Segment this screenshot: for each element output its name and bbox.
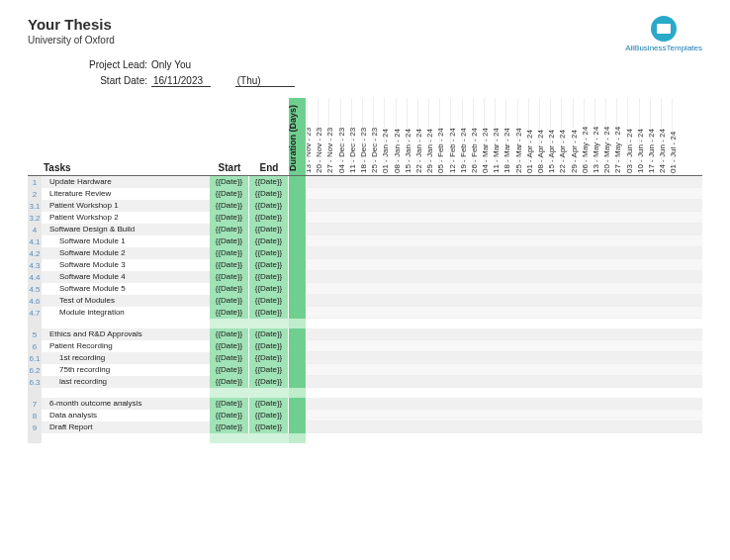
task-end[interactable]: {{Date}} (249, 376, 289, 388)
task-row[interactable]: 4.5Software Module 5{{Date}}{{Date}} (28, 283, 702, 295)
task-start[interactable]: {{Date}} (210, 295, 249, 307)
task-name[interactable]: Data analysis (42, 410, 210, 421)
task-name[interactable]: Patient Recording (42, 340, 210, 352)
task-name[interactable]: Software Module 5 (42, 283, 210, 295)
task-row[interactable]: 76-month outcome analysis{{Date}}{{Date}… (28, 398, 702, 410)
task-name[interactable]: Draft Report (42, 421, 210, 433)
task-start[interactable]: {{Date}} (210, 259, 249, 271)
task-name[interactable]: Software Design & Build (42, 224, 210, 235)
task-start[interactable]: {{Date}} (210, 283, 249, 295)
task-row[interactable]: 6.275th recording{{Date}}{{Date}} (28, 364, 702, 376)
task-timeline (307, 224, 702, 235)
task-end[interactable]: {{Date}} (249, 176, 289, 188)
task-end[interactable]: {{Date}} (249, 200, 289, 212)
task-end[interactable]: {{Date}} (249, 352, 289, 364)
task-end[interactable]: {{Date}} (249, 328, 289, 340)
task-id: 1 (28, 176, 42, 188)
task-id: 2 (28, 188, 42, 200)
start-date-value[interactable]: 16/11/2023 (151, 75, 211, 87)
task-start[interactable]: {{Date}} (210, 364, 249, 376)
task-end[interactable]: {{Date}} (249, 307, 289, 319)
task-timeline (307, 176, 702, 188)
task-name[interactable]: 75th recording (42, 364, 210, 376)
task-end[interactable]: {{Date}} (249, 295, 289, 307)
task-timeline (307, 376, 702, 388)
task-name[interactable]: last recording (42, 376, 210, 388)
task-id: 5 (28, 328, 42, 340)
task-end[interactable]: {{Date}} (249, 340, 289, 352)
task-start[interactable]: {{Date}} (210, 340, 249, 352)
task-end[interactable]: {{Date}} (249, 421, 289, 433)
task-row[interactable]: 6.11st recording{{Date}}{{Date}} (28, 352, 702, 364)
task-row[interactable]: 3.1Patient Workshop 1{{Date}}{{Date}} (28, 200, 702, 212)
task-name[interactable]: Update Hardware (42, 176, 210, 188)
task-start[interactable]: {{Date}} (210, 176, 249, 188)
task-name[interactable]: Software Module 2 (42, 247, 210, 259)
task-name[interactable]: Module integration (42, 307, 210, 319)
task-row[interactable]: 9Draft Report{{Date}}{{Date}} (28, 421, 702, 433)
task-start[interactable]: {{Date}} (210, 200, 249, 212)
task-name[interactable]: Literature Review (42, 188, 210, 200)
task-start[interactable]: {{Date}} (210, 421, 249, 433)
task-row[interactable]: 4Software Design & Build{{Date}}{{Date}} (28, 224, 702, 235)
task-name[interactable]: Patient Workshop 1 (42, 200, 210, 212)
task-body: 1Update Hardware{{Date}}{{Date}}2Literat… (28, 176, 702, 443)
gantt-grid: Tasks Start End Duration (Days) 13 - Nov… (28, 97, 702, 443)
task-end[interactable]: {{Date}} (249, 235, 289, 247)
task-end[interactable]: {{Date}} (249, 259, 289, 271)
task-end[interactable]: {{Date}} (249, 188, 289, 200)
task-start[interactable]: {{Date}} (210, 271, 249, 283)
task-duration-cell (289, 247, 307, 259)
task-row[interactable]: 4.3Software Module 3{{Date}}{{Date}} (28, 259, 702, 271)
col-end-header: End (249, 162, 289, 175)
task-duration-cell (289, 212, 307, 224)
task-name[interactable]: Patient Workshop 2 (42, 212, 210, 224)
task-row[interactable]: 1Update Hardware{{Date}}{{Date}} (28, 176, 702, 188)
task-end[interactable]: {{Date}} (249, 247, 289, 259)
task-name[interactable]: Ethics and R&D Approvals (42, 328, 210, 340)
task-start[interactable]: {{Date}} (210, 224, 249, 235)
task-row[interactable]: 8Data analysis{{Date}}{{Date}} (28, 410, 702, 421)
task-start[interactable]: {{Date}} (210, 235, 249, 247)
task-start[interactable]: {{Date}} (210, 376, 249, 388)
task-row[interactable]: 4.2Software Module 2{{Date}}{{Date}} (28, 247, 702, 259)
task-name[interactable]: Test of Modules (42, 295, 210, 307)
task-timeline (307, 200, 702, 212)
task-start[interactable]: {{Date}} (210, 188, 249, 200)
task-row[interactable]: 4.4Software Module 4{{Date}}{{Date}} (28, 271, 702, 283)
task-end[interactable]: {{Date}} (249, 283, 289, 295)
task-name[interactable]: Software Module 3 (42, 259, 210, 271)
task-start[interactable]: {{Date}} (210, 307, 249, 319)
task-end[interactable]: {{Date}} (249, 224, 289, 235)
timeline-header: 13 - Nov - 2320 - Nov - 2327 - Nov - 230… (307, 98, 702, 175)
task-start[interactable]: {{Date}} (210, 328, 249, 340)
task-end[interactable]: {{Date}} (249, 212, 289, 224)
task-row[interactable]: 6Patient Recording{{Date}}{{Date}} (28, 340, 702, 352)
task-end[interactable]: {{Date}} (249, 271, 289, 283)
task-name[interactable]: 6-month outcome analysis (42, 398, 210, 410)
task-duration-cell (289, 307, 307, 319)
task-end[interactable]: {{Date}} (249, 410, 289, 421)
task-row[interactable]: 4.6Test of Modules{{Date}}{{Date}} (28, 295, 702, 307)
task-end[interactable]: {{Date}} (249, 364, 289, 376)
task-row[interactable]: 2Literature Review{{Date}}{{Date}} (28, 188, 702, 200)
task-start[interactable]: {{Date}} (210, 352, 249, 364)
task-row[interactable]: 6.3last recording{{Date}}{{Date}} (28, 376, 702, 388)
task-row[interactable]: 4.7Module integration{{Date}}{{Date}} (28, 307, 702, 319)
task-row[interactable]: 5Ethics and R&D Approvals{{Date}}{{Date}… (28, 328, 702, 340)
task-end[interactable]: {{Date}} (249, 398, 289, 410)
task-id: 3.1 (28, 200, 42, 212)
monitor-icon (651, 16, 677, 42)
task-start[interactable]: {{Date}} (210, 398, 249, 410)
task-start[interactable]: {{Date}} (210, 212, 249, 224)
col-start-header: Start (210, 162, 249, 175)
task-row[interactable]: 4.1Software Module 1{{Date}}{{Date}} (28, 235, 702, 247)
date-column: 01 - Jul - 24 (672, 98, 683, 175)
task-name[interactable]: 1st recording (42, 352, 210, 364)
task-row[interactable]: 3.2Patient Workshop 2{{Date}}{{Date}} (28, 212, 702, 224)
task-name[interactable]: Software Module 4 (42, 271, 210, 283)
task-duration-cell (289, 352, 307, 364)
task-name[interactable]: Software Module 1 (42, 235, 210, 247)
task-start[interactable]: {{Date}} (210, 410, 249, 421)
task-start[interactable]: {{Date}} (210, 247, 249, 259)
